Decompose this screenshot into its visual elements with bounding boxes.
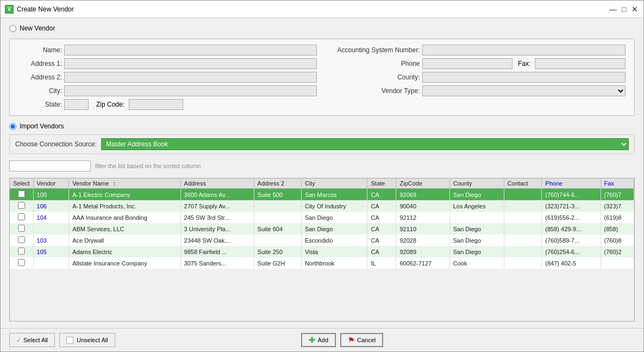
- table-cell: [254, 212, 301, 223]
- col-city[interactable]: City: [301, 178, 367, 189]
- table-cell[interactable]: [10, 257, 33, 269]
- import-vendors-radio[interactable]: [9, 123, 16, 130]
- filter-input[interactable]: [9, 160, 91, 171]
- table-cell: Escondido: [301, 234, 367, 246]
- table-row[interactable]: 100A-1 Electric Company3600 Adams Av...S…: [10, 189, 634, 201]
- zip-input[interactable]: [129, 99, 183, 110]
- table-cell: Allstate Insurance Company: [69, 257, 180, 269]
- phone-label: Phone: [328, 60, 420, 67]
- new-vendor-label: New Vendor: [20, 24, 55, 32]
- table-cell: Cook: [449, 257, 504, 269]
- name-input[interactable]: [64, 45, 317, 55]
- table-cell[interactable]: [10, 212, 33, 223]
- vendor-type-label: Vendor Type:: [328, 87, 420, 95]
- row-checkbox[interactable]: [18, 225, 25, 232]
- fax-input[interactable]: [535, 58, 626, 69]
- col-county[interactable]: County: [449, 178, 504, 189]
- bottom-left-buttons: ✓ Select All Unselect All: [9, 333, 115, 347]
- state-input[interactable]: [64, 99, 89, 110]
- row-checkbox[interactable]: [18, 248, 25, 255]
- table-cell[interactable]: [10, 246, 33, 257]
- vendor-type-select[interactable]: [422, 85, 626, 96]
- col-state[interactable]: State: [367, 178, 396, 189]
- table-cell[interactable]: [10, 189, 33, 201]
- table-row[interactable]: 105Adams Electric9858 Fairfield ...Suite…: [10, 246, 634, 257]
- add-label: Add: [317, 337, 328, 343]
- city-input[interactable]: [64, 85, 317, 96]
- table-row[interactable]: 104AAA Insurance and Bonding245 SW 3rd S…: [10, 212, 634, 223]
- table-cell: (760)2: [601, 246, 634, 257]
- table-cell: 92110: [396, 223, 449, 234]
- table-row[interactable]: 103Ace Drywall23448 SW Oak...EscondidoCA…: [10, 234, 634, 246]
- table-cell: 90040: [396, 200, 449, 212]
- table-cell: 103: [33, 234, 69, 246]
- table-cell: 92112: [396, 212, 449, 223]
- cancel-icon: ⚑: [348, 336, 355, 344]
- col-phone[interactable]: Phone: [542, 178, 601, 189]
- table-row[interactable]: 106A-1 Metal Products, Inc.2707 Supply A…: [10, 200, 634, 212]
- col-vendor[interactable]: Vendor: [33, 178, 69, 189]
- col-select: Select: [10, 178, 33, 189]
- add-button[interactable]: ✚ Add: [301, 333, 336, 347]
- table-row[interactable]: ABM Services, LLC3 University Pla...Suit…: [10, 223, 634, 234]
- row-checkbox[interactable]: [18, 236, 25, 243]
- table-cell: A-1 Metal Products, Inc.: [69, 200, 180, 212]
- select-all-button[interactable]: ✓ Select All: [9, 333, 55, 347]
- close-button[interactable]: ✕: [630, 5, 639, 14]
- table-cell: Suite 500: [254, 189, 301, 201]
- accounting-input[interactable]: [422, 45, 626, 55]
- table-cell[interactable]: [10, 223, 33, 234]
- table-cell[interactable]: [10, 200, 33, 212]
- connection-source-select[interactable]: Master Address Book: [101, 138, 629, 150]
- phone-input[interactable]: [422, 58, 513, 69]
- table-cell: San Diego: [449, 246, 504, 257]
- row-checkbox[interactable]: [18, 213, 25, 220]
- table-cell[interactable]: [10, 234, 33, 246]
- address2-input[interactable]: [64, 72, 317, 83]
- table-cell: [601, 257, 634, 269]
- col-fax[interactable]: Fax: [601, 178, 634, 189]
- table-cell: [504, 257, 542, 269]
- table-cell: 92069: [396, 189, 449, 201]
- table-cell: [504, 189, 542, 201]
- table-cell: Suite 250: [254, 246, 301, 257]
- table-cell: [504, 212, 542, 223]
- table-cell: [33, 257, 69, 269]
- table-cell: (858) 429-9...: [542, 223, 601, 234]
- col-vendor-name[interactable]: Vendor Name ↕: [69, 178, 180, 189]
- table-cell: [254, 200, 301, 212]
- table-cell: (760)254-6...: [542, 246, 601, 257]
- col-contact[interactable]: Contact: [504, 178, 542, 189]
- table-cell: Suite G2H: [254, 257, 301, 269]
- name-label: Name:: [18, 46, 62, 54]
- table-cell: [449, 212, 504, 223]
- row-checkbox[interactable]: [18, 202, 25, 209]
- table-row[interactable]: Allstate Insurance Company3075 Sanders..…: [10, 257, 634, 269]
- table-cell: 106: [33, 200, 69, 212]
- table-cell: (760)589-7...: [542, 234, 601, 246]
- county-label: County:: [328, 73, 420, 81]
- col-address[interactable]: Address: [180, 178, 254, 189]
- new-vendor-radio[interactable]: [9, 25, 16, 32]
- left-form-column: Name: Address 1: Address 2: City:: [18, 45, 317, 110]
- connection-source-label: Choose Connection Source:: [15, 140, 97, 148]
- col-address2[interactable]: Address 2: [254, 178, 301, 189]
- table-cell: San Diego: [449, 189, 504, 201]
- vendors-table-wrapper[interactable]: Select Vendor Vendor Name ↕ Address Addr…: [10, 178, 634, 321]
- maximize-button[interactable]: □: [620, 5, 628, 14]
- col-zipcode[interactable]: ZipCode: [396, 178, 449, 189]
- cancel-button[interactable]: ⚑ Cancel: [340, 333, 383, 347]
- unselect-all-button[interactable]: Unselect All: [59, 333, 115, 347]
- county-input[interactable]: [422, 72, 626, 83]
- table-cell: [504, 234, 542, 246]
- table-cell: San Diego: [301, 212, 367, 223]
- title-bar-left: V Create New Vendor: [5, 5, 74, 14]
- table-cell: [504, 200, 542, 212]
- row-checkbox[interactable]: [18, 190, 25, 197]
- unselect-checkbox-icon: [66, 337, 73, 344]
- address1-input[interactable]: [64, 58, 317, 69]
- add-icon: ✚: [309, 336, 315, 344]
- minimize-button[interactable]: —: [609, 5, 617, 14]
- row-checkbox[interactable]: [18, 259, 25, 266]
- select-all-label: Select All: [23, 337, 48, 343]
